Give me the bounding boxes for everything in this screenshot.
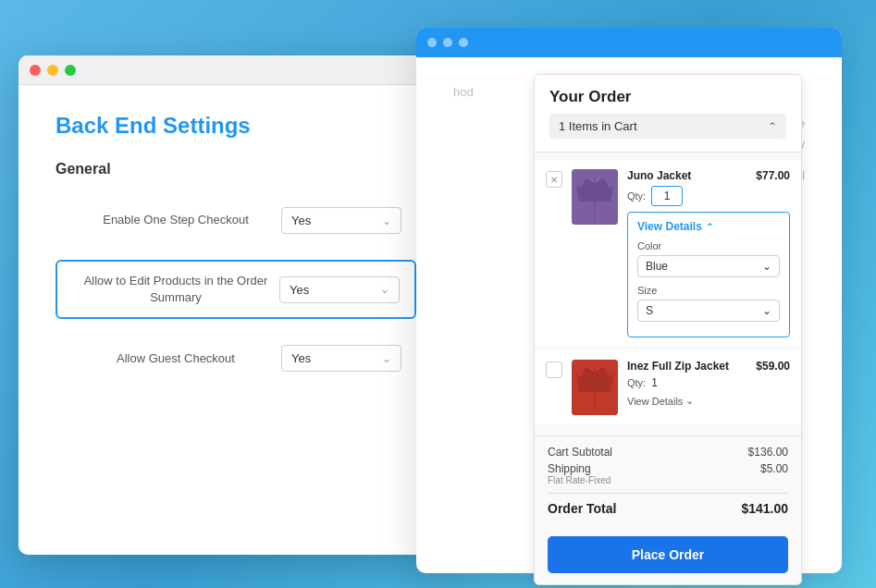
setting-label-edit-products: Allow to Edit Products in the Order Summ… [72, 273, 279, 306]
view-details-label-2: View Details [627, 396, 683, 407]
page-title: Back End Settings [56, 113, 416, 139]
chevron-down-icon: ⌄ [380, 283, 389, 296]
window-titlebar [19, 55, 453, 85]
product-remove-btn-1[interactable]: ✕ [546, 171, 562, 188]
product-qty-row-1: Qty: [627, 186, 790, 206]
place-order-button[interactable]: Place Order [548, 536, 788, 573]
setting-row-edit-products: Allow to Edit Products in the Order Summ… [56, 260, 416, 319]
bg-window-titlebar [416, 28, 842, 57]
order-total-row: Order Total $141.00 [548, 501, 788, 516]
close-dot[interactable] [30, 65, 41, 76]
color-select[interactable]: Blue ⌄ [637, 255, 780, 277]
color-label: Color [637, 240, 780, 251]
shipping-label: Shipping [548, 462, 611, 475]
setting-label-guest-checkout: Allow Guest Checkout [70, 350, 281, 367]
product-name-2: Inez Full Zip Jacket [627, 360, 729, 373]
product-name-price-1: Juno Jacket $77.00 [627, 169, 790, 182]
size-select[interactable]: S ⌄ [637, 300, 780, 322]
order-footer: Place Order [535, 525, 801, 584]
product-price-2: $59.00 [756, 360, 790, 373]
chevron-down-icon: ⌄ [762, 260, 771, 273]
section-label: General [56, 161, 416, 178]
order-title: Your Order [549, 88, 786, 106]
product-row-2: Inez Full Zip Jacket $59.00 Qty: 1 View … [535, 350, 801, 424]
setting-select-checkout[interactable]: Yes ⌄ [281, 207, 401, 234]
left-content: Back End Settings General Enable One Ste… [19, 85, 453, 425]
product-name-price-2: Inez Full Zip Jacket $59.00 [627, 360, 790, 373]
bg-dot-2 [443, 38, 452, 47]
flat-rate-label: Flat Rate-Fixed [548, 475, 611, 485]
order-summary: Cart Subtotal $136.00 Shipping Flat Rate… [535, 435, 801, 525]
items-cart-row[interactable]: 1 Items in Cart ⌃ [549, 114, 786, 139]
chevron-down-icon: ⌄ [762, 304, 771, 317]
product-qty-row-2: Qty: 1 [627, 376, 790, 389]
chevron-down-icon: ⌄ [685, 395, 694, 407]
product-info-1: Juno Jacket $77.00 Qty: View Details ⌃ C… [627, 169, 790, 337]
setting-value-edit-products: Yes [290, 283, 309, 297]
shipping-row: Shipping Flat Rate-Fixed $5.00 [548, 462, 788, 485]
chevron-up-icon: ⌃ [768, 120, 777, 133]
order-panel: Your Order 1 Items in Cart ⌃ ✕ Juno Ja [534, 74, 802, 585]
qty-label-1: Qty: [627, 190, 646, 202]
order-total-value: $141.00 [741, 501, 788, 516]
view-details-toggle-1[interactable]: View Details ⌃ [637, 220, 780, 233]
setting-value-guest-checkout: Yes [291, 351, 311, 365]
setting-select-guest-checkout[interactable]: Yes ⌄ [281, 345, 401, 372]
bg-dot-3 [459, 38, 468, 47]
order-body: ✕ Juno Jacket $77.00 Qty: [535, 153, 801, 435]
size-value: S [646, 304, 653, 317]
shipping-value: $5.00 [760, 462, 788, 485]
cart-subtotal-label: Cart Subtotal [548, 446, 612, 459]
chevron-down-icon: ⌄ [382, 352, 391, 365]
order-header: Your Order 1 Items in Cart ⌃ [535, 75, 801, 153]
chevron-up-icon: ⌃ [706, 222, 713, 232]
setting-label-checkout: Enable One Step Checkout [70, 212, 281, 228]
bg-dot-1 [427, 38, 437, 47]
product-image-1 [572, 169, 618, 225]
setting-row-guest-checkout: Allow Guest Checkout Yes ⌄ [56, 334, 416, 383]
items-cart-label: 1 Items in Cart [559, 119, 637, 133]
view-details-label-1: View Details [637, 220, 702, 233]
order-total-label: Order Total [548, 501, 616, 516]
product-price-1: $77.00 [756, 169, 790, 182]
product-remove-placeholder-2 [546, 361, 562, 378]
cart-subtotal-value: $136.00 [748, 446, 788, 459]
qty-value-2: 1 [651, 376, 658, 389]
size-label: Size [637, 285, 780, 296]
chevron-down-icon: ⌄ [382, 214, 391, 227]
product-name-1: Juno Jacket [627, 169, 691, 182]
view-details-toggle-2[interactable]: View Details ⌄ [627, 395, 790, 407]
minimize-dot[interactable] [47, 65, 58, 76]
view-details-box-1: View Details ⌃ Color Blue ⌄ Size S ⌄ [627, 212, 790, 337]
setting-value-checkout: Yes [291, 214, 311, 227]
setting-select-edit-products[interactable]: Yes ⌄ [279, 276, 400, 303]
qty-input-1[interactable] [651, 186, 683, 206]
qty-label-2: Qty: [627, 377, 646, 388]
product-image-2 [572, 360, 618, 415]
left-window: Back End Settings General Enable One Ste… [19, 55, 453, 555]
setting-row-checkout: Enable One Step Checkout Yes ⌄ [56, 196, 416, 245]
color-value: Blue [646, 260, 668, 273]
product-info-2: Inez Full Zip Jacket $59.00 Qty: 1 View … [627, 360, 790, 407]
product-row-1: ✕ Juno Jacket $77.00 Qty: [535, 160, 801, 347]
cart-subtotal-row: Cart Subtotal $136.00 [548, 446, 788, 459]
summary-divider [548, 493, 788, 494]
maximize-dot[interactable] [65, 65, 76, 76]
